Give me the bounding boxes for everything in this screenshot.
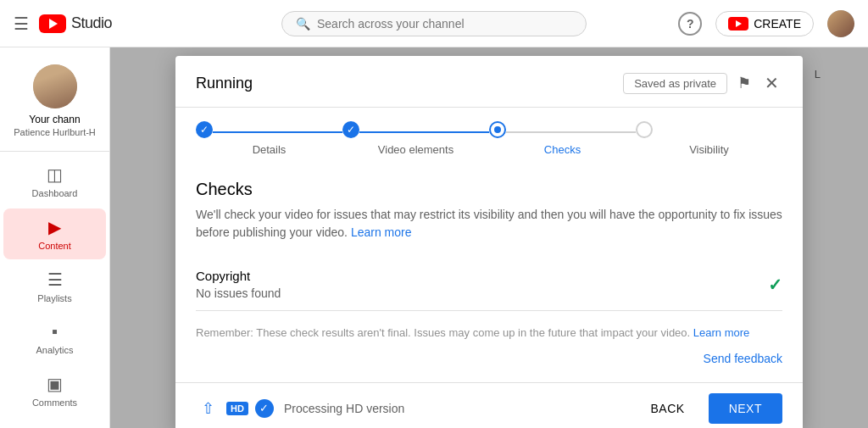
playlists-icon: ☰ [47,270,63,290]
comments-icon: ▣ [47,374,63,394]
step-checks: Checks [489,121,636,156]
step-label-checks: Checks [544,143,581,156]
modal-title: Running [196,75,253,92]
sidebar: Your chann Patience Hurlburt-H ◫ Dashboa… [0,47,110,428]
saved-badge: Saved as private [623,73,727,94]
sidebar-item-content[interactable]: ▶ Content [3,208,106,259]
back-button[interactable]: BACK [637,395,698,422]
dashboard-icon: ◫ [47,164,63,185]
channel-name: Your chann [29,114,80,127]
sidebar-channel: Your chann Patience Hurlburt-H [0,54,109,152]
analytics-icon: ▪ [52,322,58,342]
send-feedback-link[interactable]: Send feedback [196,352,782,365]
content-icon: ▶ [48,217,61,237]
sidebar-label-dashboard: Dashboard [32,188,78,198]
checks-description: We'll check your video for issues that m… [196,206,782,242]
logo-area: Studio [39,14,112,33]
avatar[interactable] [827,10,854,37]
footer-icons: ⇧ HD ✓ [196,397,274,420]
nav-left: ☰ Studio [14,14,112,34]
top-nav: ☰ Studio 🔍 ? CREATE [0,0,868,47]
sidebar-item-comments[interactable]: ▣ Comments [3,365,106,416]
copyright-ok-icon: ✓ [768,275,782,295]
stepper: ✓ Details ✓ V [175,108,803,163]
sidebar-label-comments: Comments [32,397,77,408]
next-button[interactable]: NEXT [709,393,782,424]
sidebar-item-dashboard[interactable]: ◫ Dashboard [3,156,106,207]
step-label-video-elements: Video elements [378,143,453,156]
channel-handle: Patience Hurlburt-H [14,127,96,137]
modal-footer: ⇧ HD ✓ Processing HD version BACK NEXT [175,382,803,429]
step-dot-details: ✓ [196,121,213,138]
sidebar-label-analytics: Analytics [36,345,73,355]
sidebar-item-settings[interactable]: ⚙ Settings [3,418,106,428]
close-button[interactable]: ✕ [761,69,782,97]
step-dot-video-elements: ✓ [342,121,359,138]
upload-icon: ⇧ [196,397,220,420]
sidebar-item-playlists[interactable]: ☰ Playlists [3,261,106,312]
step-details: ✓ Details [196,121,342,156]
content-area: Views Comments L Running Saved as privat… [110,47,868,428]
search-icon: 🔍 [296,17,310,31]
modal-body: Checks We'll check your video for issues… [175,163,803,382]
processing-check-icon: ✓ [255,399,274,418]
reminder-learn-more-link[interactable]: Learn more [693,326,749,339]
step-video-elements: ✓ Video elements [342,121,489,156]
create-video-icon [728,17,748,31]
search-input[interactable] [317,17,572,31]
main-layout: Your chann Patience Hurlburt-H ◫ Dashboa… [0,47,868,428]
footer-buttons: BACK NEXT [637,393,782,424]
checks-title: Checks [196,180,782,199]
modal-header: Running Saved as private ⚑ ✕ [175,56,803,108]
sidebar-label-content: Content [38,241,71,251]
help-icon[interactable]: ? [678,12,702,36]
studio-title: Studio [71,14,112,32]
step-label-details: Details [253,143,287,156]
sidebar-item-analytics[interactable]: ▪ Analytics [3,314,106,364]
modal-dialog: Running Saved as private ⚑ ✕ ✓ [175,56,803,428]
sidebar-label-playlists: Playlists [37,293,71,303]
reminder-text: Remember: These check results aren't fin… [196,325,782,342]
modal-header-right: Saved as private ⚑ ✕ [623,69,782,97]
learn-more-link[interactable]: Learn more [351,225,412,239]
step-label-visibility: Visibility [689,143,729,156]
modal-overlay: Running Saved as private ⚑ ✕ ✓ [110,47,868,428]
create-button[interactable]: CREATE [715,11,814,36]
youtube-logo-icon [39,14,66,33]
copyright-title: Copyright [196,269,281,283]
alert-icon: ⚑ [737,74,751,92]
step-dot-checks [489,121,506,138]
nav-right: ? CREATE [678,10,854,37]
processing-text: Processing HD version [284,402,627,415]
copyright-check-info: Copyright No issues found [196,269,281,300]
hd-badge: HD [226,402,248,415]
step-dot-visibility [636,121,653,138]
copyright-check-row: Copyright No issues found ✓ [196,258,782,311]
hamburger-icon[interactable]: ☰ [14,14,29,34]
channel-avatar [33,64,77,108]
no-issues-label: No issues found [196,286,281,300]
search-bar[interactable]: 🔍 [281,11,587,36]
step-visibility: Visibility [636,121,782,156]
